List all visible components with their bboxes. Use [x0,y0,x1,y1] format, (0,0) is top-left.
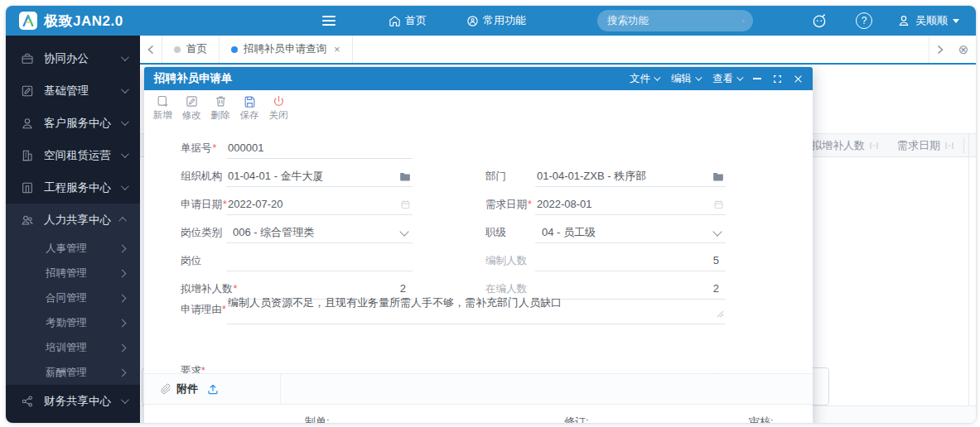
close-form-button[interactable]: 关闭 [267,94,290,122]
field-label: 编制人数 [485,250,535,271]
share-nodes-icon [21,395,34,408]
sidebar-item-partial[interactable] [6,417,140,423]
dialog-close-button[interactable] [794,74,803,84]
sidebar-item-hr-center[interactable]: 人力共享中心 [6,204,140,236]
chevron-down-icon[interactable] [712,227,722,236]
tabstrip-right-controls: ⊗ [929,36,976,63]
resize-handle-icon[interactable] [717,306,724,322]
column-header-need-date[interactable]: 需求日期 [897,134,954,156]
sidebar-group-hr: 人力共享中心 人事管理 招聘管理 合同管理 考勤管理 [6,204,140,385]
tab-recruit-query[interactable]: 招聘补员申请查询 × [220,36,353,63]
dept-value: 01-04-01-ZXB - 秩序部 [537,170,646,182]
field-post: 岗位 [181,250,413,271]
field-label: 单据号 [181,142,212,154]
help-button[interactable]: ? [856,6,872,36]
save-button[interactable]: 保存 [238,94,261,122]
menu-view[interactable]: 查看 [712,72,741,86]
sidebar-subitem-contract[interactable]: 合同管理 [6,285,140,310]
field-dept: 部门 01-04-01-ZXB - 秩序部 [485,166,726,187]
sidebar-subitem-recruitment[interactable]: 招聘管理 [6,261,140,285]
dialog-minimize-button[interactable] [753,78,761,79]
tab-home[interactable]: 首页 [162,36,220,63]
upload-icon [206,382,220,396]
folder-picker-icon[interactable] [712,171,724,181]
table-scroll-gutter [968,133,969,406]
delete-button[interactable]: 删除 [209,94,232,122]
tab-status-dot [231,46,238,53]
nav-home[interactable]: 首页 [389,6,427,36]
column-label: 需求日期 [897,138,940,153]
tabstrip-spacer [353,36,929,63]
sidebar-item-space-leasing[interactable]: 空间租赁运营 [6,139,140,171]
field-post-category: 岗位类别 006 - 综合管理类 [181,222,413,243]
sidebar-item-collab-office[interactable]: 协同办公 [6,42,140,74]
work-area: 拟增补人数 需求日期 招聘补员申请单 [140,65,976,423]
post-input[interactable] [226,250,413,271]
sidebar-toggle-button[interactable] [322,6,336,36]
apply-date-value: 2022-07-20 [228,198,283,210]
column-separator [963,137,964,153]
chevron-left-icon [147,45,155,55]
assistant-button[interactable] [811,6,828,36]
user-menu[interactable]: 吴顺顺 [897,6,959,36]
menu-file[interactable]: 文件 [630,72,659,86]
tab-scroll-left-button[interactable] [140,36,162,63]
person-icon [21,117,34,130]
modify-button[interactable]: 修改 [180,94,203,122]
doc-no-input[interactable]: 000001 [226,137,413,159]
need-date-input[interactable]: 2022-08-01 [535,194,726,215]
reason-textarea[interactable]: 编制人员资源不足，且现有业务量所需人手不够，需补充部门人员缺口 [226,293,726,324]
tab-strip: 首页 招聘补员申请查询 × ⊗ [140,36,976,65]
sidebar-item-basic-mgmt[interactable]: 基础管理 [6,74,140,107]
field-rank: 职级 04 - 员工级 [485,222,726,243]
sidebar-subitem-label: 合同管理 [46,291,119,305]
org-input[interactable]: 01-04-01 - 金牛大厦 [226,166,413,187]
chevron-right-icon [936,45,944,55]
add-doc-icon [156,94,170,108]
menu-edit[interactable]: 编辑 [671,72,700,86]
search-input[interactable] [606,14,742,27]
column-resize-icon[interactable] [869,142,879,150]
chevron-right-icon [118,244,127,252]
apply-date-input[interactable]: 2022-07-20 [226,194,413,215]
screenshot-frame: 极致JAN2.0 首页 常用功能 ? 吴顺顺 [0,0,980,427]
power-icon [272,94,286,108]
upload-button[interactable] [206,382,220,396]
tab-close-icon[interactable]: × [334,43,340,55]
add-button[interactable]: 新增 [151,94,174,122]
required-mark: * [528,199,532,210]
sidebar-item-finance-center[interactable]: 财务共享中心 [6,385,140,417]
field-need-date: 需求日期* 2022-08-01 [485,194,726,215]
folder-picker-icon[interactable] [399,171,411,181]
calendar-icon[interactable] [713,199,724,209]
sidebar-item-engineering-service[interactable]: 工程服务中心 [6,171,140,204]
column-header-planned-add[interactable]: 拟增补人数 [811,134,879,156]
nav-frequent[interactable]: 常用功能 [466,6,526,36]
field-apply-date: 申请日期* 2022-07-20 [181,194,413,215]
chevron-right-icon [118,269,127,277]
column-resize-icon[interactable] [944,142,954,150]
edit-square-icon [21,84,34,98]
sidebar-subitem-salary[interactable]: 薪酬管理 [6,360,140,385]
headcount-input[interactable]: 5 [535,250,726,271]
sidebar-subitem-attendance[interactable]: 考勤管理 [6,310,140,335]
sidebar-subitem-training[interactable]: 培训管理 [6,335,140,360]
field-label: 职级 [485,222,535,243]
search-icon[interactable] [742,15,745,27]
sidebar-item-label: 客户服务中心 [44,116,111,131]
chevron-down-icon [121,396,129,404]
main-area: 协同办公 基础管理 客户服务中心 空间租赁运营 工程服务中心 [6,36,976,423]
tab-scroll-right-button[interactable] [929,45,951,55]
calendar-icon[interactable] [400,199,411,209]
chevron-down-icon[interactable] [399,227,408,236]
rank-select[interactable]: 04 - 员工级 [535,222,726,243]
sidebar-subitem-personnel[interactable]: 人事管理 [6,236,140,261]
dialog-maximize-button[interactable] [773,74,782,84]
sidebar-item-customer-service[interactable]: 客户服务中心 [6,107,140,139]
field-org: 组织机构 01-04-01 - 金牛大厦 [181,166,413,187]
sidebar-item-label: 基础管理 [44,84,111,98]
post-category-select[interactable]: 006 - 综合管理类 [226,222,413,243]
close-all-tabs-button[interactable]: ⊗ [951,42,976,57]
dept-input[interactable]: 01-04-01-ZXB - 秩序部 [535,166,726,187]
menu-label: 查看 [712,72,733,86]
